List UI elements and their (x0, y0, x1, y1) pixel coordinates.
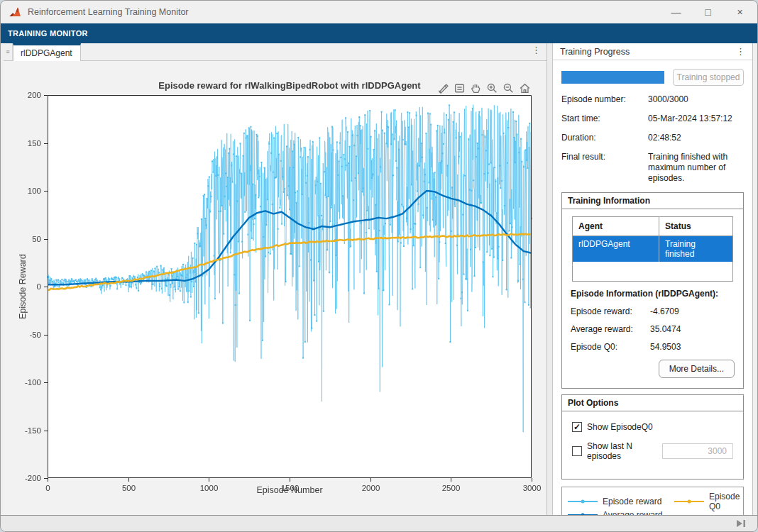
last-n-episodes-input (662, 443, 733, 459)
duration-value: 02:48:52 (648, 133, 744, 143)
brush-icon[interactable] (436, 82, 449, 94)
status-bar (1, 515, 757, 531)
table-cell-status: Training finished (659, 236, 732, 262)
plot-options-title: Plot Options (562, 395, 743, 411)
legend-label-episode-q0: Episode Q0 (709, 492, 740, 511)
legend-item-episode-reward[interactable]: Episode reward (568, 496, 674, 507)
training-progress-body: Training stopped Episode number: 3000/30… (553, 60, 752, 515)
matlab-logo-icon (9, 6, 21, 18)
duration-row: Duration: 02:48:52 (561, 133, 744, 143)
document-tab-bar: ≡ rlDDPGAgent ⋮ (4, 43, 546, 61)
training-progress-title: Training Progress (560, 47, 630, 57)
training-information-body: Agent Status rlDDPGAgent Training finish… (562, 209, 743, 388)
average-reward-value: 35.0474 (650, 324, 681, 334)
toolstrip: TRAINING MONITOR (1, 23, 757, 43)
collapse-panel-icon[interactable] (735, 518, 747, 529)
tab-rlddpgagent[interactable]: rlDDPGAgent (13, 43, 81, 61)
start-time-label: Start time: (561, 113, 648, 124)
episode-reward-label: Episode reward: (571, 306, 650, 316)
title-bar: Reinforcement Learning Training Monitor … (1, 1, 757, 23)
average-reward-row: Average reward: 35.0474 (571, 324, 735, 334)
window-right-edge (753, 43, 754, 515)
table-cell-agent: rlDDPGAgent (573, 236, 659, 262)
episode-q0-label: Episode Q0: (571, 342, 650, 352)
main-area: ≡ rlDDPGAgent ⋮ Episode reward for rlWal… (4, 43, 754, 515)
legend-label-episode-reward: Episode reward (603, 497, 661, 506)
plot-options-body: ✓ Show EpisodeQ0 Show last N episodes (562, 411, 743, 479)
episode-q0-line-swatch (674, 501, 704, 502)
chart-legend: Episode reward Episode Q0 Average reward (561, 487, 744, 515)
show-last-n-label: Show last N episodes (587, 441, 657, 461)
show-last-n-row: Show last N episodes (572, 441, 733, 461)
average-reward-label: Average reward: (571, 324, 650, 334)
training-stopped-button: Training stopped (673, 69, 744, 86)
restore-view-home-icon[interactable] (518, 82, 531, 94)
show-episodeq0-checkbox[interactable]: ✓ (572, 422, 582, 432)
table-header-row: Agent Status (573, 217, 732, 236)
zoom-out-icon[interactable] (502, 82, 515, 94)
zoom-in-icon[interactable] (485, 82, 498, 94)
show-last-n-checkbox[interactable] (572, 446, 582, 456)
episode-reward-line-swatch (568, 501, 598, 502)
datatips-icon[interactable] (453, 82, 466, 94)
axes-toolbar (436, 82, 531, 94)
episode-information-title: Episode Information (rlDDPGAgent): (571, 289, 735, 299)
show-episodeq0-row: ✓ Show EpisodeQ0 (572, 422, 733, 432)
training-information-title: Training Information (562, 193, 743, 209)
legend-item-average-reward[interactable]: Average reward (568, 509, 674, 515)
episode-reward-row: Episode reward: -4.6709 (571, 306, 735, 316)
duration-label: Duration: (561, 133, 648, 143)
show-episodeq0-label: Show EpisodeQ0 (587, 422, 653, 432)
window-title: Reinforcement Learning Training Monitor (28, 7, 189, 17)
pan-icon[interactable] (469, 82, 482, 94)
toolstrip-tab-training-monitor[interactable]: TRAINING MONITOR (8, 29, 88, 38)
legend-item-episode-q0[interactable]: Episode Q0 (674, 496, 740, 507)
start-time-value: 05-Mar-2024 13:57:12 (648, 113, 744, 124)
close-button[interactable]: × (724, 1, 756, 23)
table-row[interactable]: rlDDPGAgent Training finished (573, 236, 732, 262)
agent-status-table: Agent Status rlDDPGAgent Training finish… (572, 216, 733, 282)
legend-label-average-reward: Average reward (603, 510, 663, 515)
more-details-button[interactable]: More Details... (659, 360, 735, 378)
maximize-button[interactable]: □ (692, 1, 724, 23)
final-result-value: Training finished with maximum number of… (648, 152, 744, 184)
training-progress-bar-fill (561, 71, 664, 84)
training-progress-header: Training Progress ⋮ (553, 43, 752, 60)
final-result-row: Final result: Training finished with max… (561, 152, 744, 184)
window-controls: — □ × (660, 1, 756, 23)
table-header-status: Status (659, 217, 732, 235)
start-time-row: Start time: 05-Mar-2024 13:57:12 (561, 113, 744, 124)
app-window: Reinforcement Learning Training Monitor … (0, 0, 758, 532)
plot-options-box: Plot Options ✓ Show EpisodeQ0 Show last … (561, 394, 744, 480)
panel-divider[interactable] (547, 43, 553, 515)
reward-chart[interactable] (4, 61, 546, 515)
minimize-button[interactable]: — (660, 1, 692, 23)
table-header-agent: Agent (573, 217, 659, 235)
episode-q0-row: Episode Q0: 54.9503 (571, 342, 735, 352)
panel-grip-icon[interactable]: ≡ (4, 43, 13, 60)
figure-area: Episode reward for rlWalkingBipedRobot w… (4, 61, 546, 515)
training-progress-menu-icon[interactable]: ⋮ (736, 46, 745, 57)
final-result-label: Final result: (561, 152, 648, 184)
y-axis-label: Episode Reward (18, 254, 28, 319)
training-progress-panel: Training Progress ⋮ Training stopped Epi… (553, 43, 753, 515)
training-information-box: Training Information Agent Status rlDDPG… (561, 192, 744, 389)
episode-q0-value: 54.9503 (650, 342, 681, 352)
x-axis-label: Episode Number (48, 485, 532, 495)
episode-number-value: 3000/3000 (648, 94, 744, 105)
training-progress-bar (561, 71, 664, 84)
episode-reward-value: -4.6709 (650, 306, 679, 316)
episode-number-row: Episode number: 3000/3000 (561, 94, 744, 105)
chart-panel-menu-icon[interactable]: ⋮ (532, 45, 541, 55)
episode-number-label: Episode number: (561, 94, 648, 105)
chart-panel: ≡ rlDDPGAgent ⋮ Episode reward for rlWal… (4, 43, 547, 515)
progress-row: Training stopped (561, 69, 744, 86)
